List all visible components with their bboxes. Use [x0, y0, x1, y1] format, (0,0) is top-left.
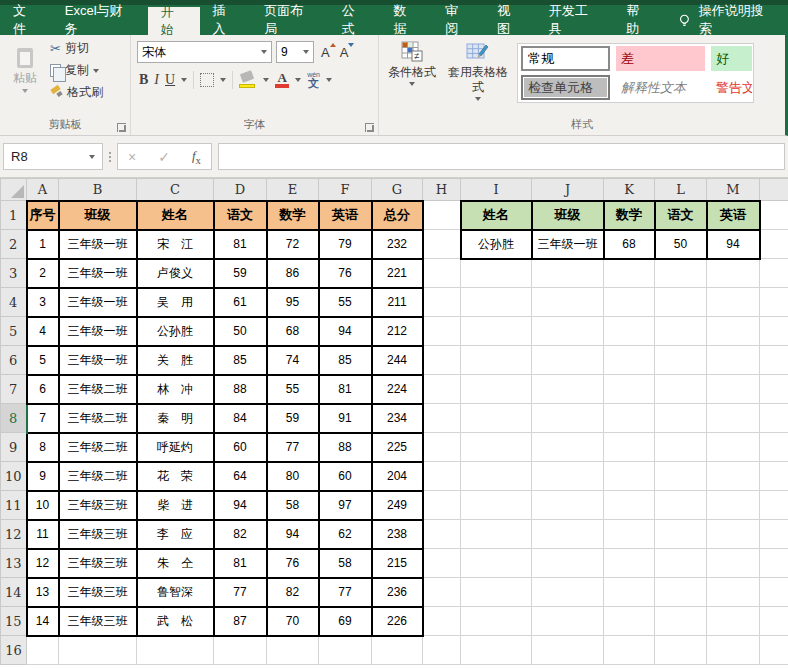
cell-A14[interactable]: 13 — [27, 578, 59, 607]
cell-F6[interactable]: 85 — [319, 346, 372, 375]
cell-K11[interactable] — [604, 491, 655, 520]
cell-M7[interactable] — [707, 375, 760, 404]
cell-B13[interactable]: 三年级三班 — [59, 549, 137, 578]
phonetic-dropdown-icon[interactable] — [326, 78, 332, 82]
cell-I5[interactable] — [461, 317, 532, 346]
cell-M3[interactable] — [707, 259, 760, 288]
cell-C10[interactable]: 花 荣 — [137, 462, 214, 491]
cell-G13[interactable]: 215 — [372, 549, 423, 578]
column-header-F[interactable]: F — [319, 179, 372, 201]
cell-B3[interactable]: 三年级一班 — [59, 259, 137, 288]
cell-G5[interactable]: 212 — [372, 317, 423, 346]
cell-L16[interactable] — [655, 636, 707, 665]
cell-style-1[interactable]: 常规 — [518, 44, 613, 73]
cell-K9[interactable] — [604, 433, 655, 462]
cell-I8[interactable] — [461, 404, 532, 433]
cell-F12[interactable]: 62 — [319, 520, 372, 549]
cell-E15[interactable]: 70 — [267, 607, 319, 636]
font-color-button[interactable]: A — [275, 72, 289, 88]
insert-function-icon[interactable]: fx — [192, 148, 201, 166]
row-header-3[interactable]: 3 — [1, 259, 27, 288]
cell-H12[interactable] — [423, 520, 461, 549]
cell-G1[interactable]: 总分 — [372, 201, 423, 230]
cell-A16[interactable] — [27, 636, 59, 665]
cell-L7[interactable] — [655, 375, 707, 404]
tab-data[interactable]: 数据 — [381, 5, 433, 35]
row-header-4[interactable]: 4 — [1, 288, 27, 317]
format-as-table-dropdown-icon[interactable] — [475, 97, 481, 101]
cell-style-4[interactable]: 检查单元格 — [518, 73, 613, 102]
cell-E2[interactable]: 72 — [267, 230, 319, 259]
cell-I7[interactable] — [461, 375, 532, 404]
cell-J6[interactable] — [532, 346, 604, 375]
cell-I2[interactable]: 公孙胜 — [461, 230, 532, 259]
cell-E8[interactable]: 59 — [267, 404, 319, 433]
name-box-dropdown-icon[interactable] — [89, 155, 95, 159]
column-header-C[interactable]: C — [137, 179, 214, 201]
cell-G9[interactable]: 225 — [372, 433, 423, 462]
cell-D6[interactable]: 85 — [214, 346, 267, 375]
cell-M15[interactable] — [707, 607, 760, 636]
cell-E12[interactable]: 94 — [267, 520, 319, 549]
tab-page-layout[interactable]: 页面布局 — [251, 5, 328, 35]
name-box[interactable]: R8 — [3, 143, 103, 170]
font-size-combobox[interactable]: 9 — [276, 41, 314, 63]
cell-A13[interactable]: 12 — [27, 549, 59, 578]
cell-H3[interactable] — [423, 259, 461, 288]
cell-F16[interactable] — [319, 636, 372, 665]
tab-developer[interactable]: 开发工具 — [536, 5, 613, 35]
cell-I11[interactable] — [461, 491, 532, 520]
cell-H14[interactable] — [423, 578, 461, 607]
cell-A4[interactable]: 3 — [27, 288, 59, 317]
cell-N5[interactable] — [760, 317, 788, 346]
cell-G7[interactable]: 224 — [372, 375, 423, 404]
cell-I15[interactable] — [461, 607, 532, 636]
cell-N7[interactable] — [760, 375, 788, 404]
cell-H7[interactable] — [423, 375, 461, 404]
column-header-G[interactable]: G — [372, 179, 423, 201]
decrease-font-button[interactable]: A — [337, 45, 352, 60]
cell-C16[interactable] — [137, 636, 214, 665]
tab-insert[interactable]: 插入 — [200, 5, 252, 35]
cell-N4[interactable] — [760, 288, 788, 317]
row-header-11[interactable]: 11 — [1, 491, 27, 520]
cell-K14[interactable] — [604, 578, 655, 607]
cell-K4[interactable] — [604, 288, 655, 317]
cell-E10[interactable]: 80 — [267, 462, 319, 491]
cell-M9[interactable] — [707, 433, 760, 462]
italic-button[interactable]: I — [154, 72, 159, 88]
cell-D13[interactable]: 81 — [214, 549, 267, 578]
cut-button[interactable]: ✂ 剪切 — [48, 39, 105, 58]
cell-style-5[interactable]: 解释性文本 — [613, 73, 708, 102]
cell-C7[interactable]: 林 冲 — [137, 375, 214, 404]
tab-formulas[interactable]: 公式 — [329, 5, 381, 35]
cell-C15[interactable]: 武 松 — [137, 607, 214, 636]
row-header-9[interactable]: 9 — [1, 433, 27, 462]
cell-G6[interactable]: 244 — [372, 346, 423, 375]
cell-H10[interactable] — [423, 462, 461, 491]
column-header-A[interactable]: A — [27, 179, 59, 201]
cell-I14[interactable] — [461, 578, 532, 607]
cell-A2[interactable]: 1 — [27, 230, 59, 259]
font-name-combobox[interactable]: 宋体 — [137, 41, 272, 63]
cell-N1[interactable] — [760, 201, 788, 230]
cell-G12[interactable]: 238 — [372, 520, 423, 549]
cell-G14[interactable]: 236 — [372, 578, 423, 607]
cell-F10[interactable]: 60 — [319, 462, 372, 491]
cell-M16[interactable] — [707, 636, 760, 665]
enter-icon[interactable]: ✓ — [158, 149, 170, 165]
increase-font-button[interactable]: A — [318, 45, 333, 60]
tab-view[interactable]: 视图 — [484, 5, 536, 35]
underline-button[interactable]: U — [165, 72, 175, 88]
cell-C3[interactable]: 卢俊义 — [137, 259, 214, 288]
cell-G2[interactable]: 232 — [372, 230, 423, 259]
cell-L13[interactable] — [655, 549, 707, 578]
cell-J4[interactable] — [532, 288, 604, 317]
cell-E4[interactable]: 95 — [267, 288, 319, 317]
borders-button[interactable] — [200, 73, 214, 87]
cell-N2[interactable] — [760, 230, 788, 259]
cell-L10[interactable] — [655, 462, 707, 491]
select-all-corner[interactable] — [1, 179, 27, 201]
row-header-13[interactable]: 13 — [1, 549, 27, 578]
column-header-H[interactable]: H — [423, 179, 461, 201]
